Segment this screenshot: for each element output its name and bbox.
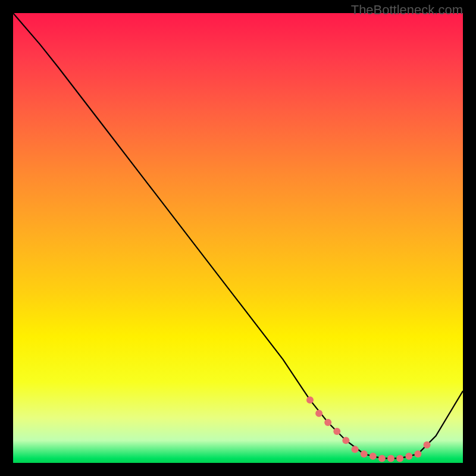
curve-marker-dot	[333, 428, 340, 435]
chart-svg	[13, 13, 463, 463]
curve-marker-dot	[405, 453, 412, 460]
curve-marker-dot	[396, 455, 403, 462]
watermark-text: TheBottleneck.com	[351, 2, 463, 18]
curve-marker-dot	[424, 441, 431, 449]
bottleneck-curve-line	[13, 13, 463, 458]
curve-marker-dot	[315, 410, 322, 417]
curve-markers	[306, 396, 431, 462]
curve-marker-dot	[387, 455, 394, 462]
curve-marker-dot	[378, 455, 386, 462]
curve-marker-dot	[369, 453, 377, 460]
curve-marker-dot	[342, 437, 349, 444]
curve-marker-dot	[306, 396, 314, 403]
curve-marker-dot	[324, 419, 331, 426]
curve-marker-dot	[361, 450, 368, 458]
curve-marker-dot	[352, 446, 359, 453]
curve-marker-dot	[414, 450, 421, 458]
